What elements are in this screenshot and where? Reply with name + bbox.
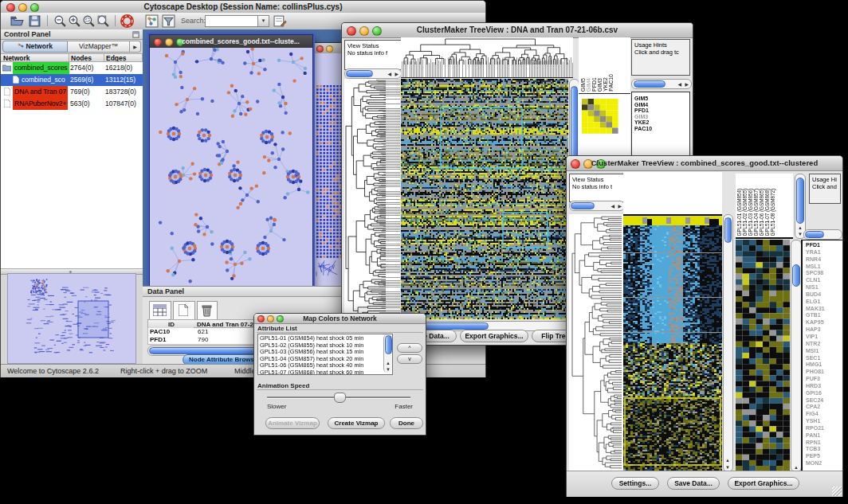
dialog-titlebar[interactable]: Map Colors to Network (254, 314, 426, 324)
folder-icon (2, 64, 11, 72)
attribute-list[interactable]: GPL51-01 (GSM854) heat shock 05 minGPL51… (260, 335, 381, 375)
scrollbar-thumb[interactable] (792, 264, 800, 287)
scrollbar-thumb[interactable] (385, 335, 392, 354)
done-button[interactable]: Done (390, 417, 423, 429)
scrollbar-thumb[interactable] (634, 80, 665, 88)
scroll-up-icon[interactable]: ▲ (798, 225, 803, 230)
main-titlebar[interactable]: Cytoscape Desktop (Session Name: collins… (1, 1, 485, 14)
treeview2-titlebar[interactable]: ClusterMaker TreeView : combined_scores_… (567, 156, 842, 171)
list-vscrollbar[interactable]: ▲ ▼ (383, 334, 392, 373)
delete-attribute-button[interactable] (197, 301, 218, 320)
tv2-settings-button[interactable]: Settings... (611, 477, 659, 490)
scroll-right-icon[interactable]: ▶ (618, 204, 622, 209)
toolbar-divider (47, 15, 48, 26)
tab-network[interactable]: Network (2, 41, 68, 53)
zoom-in-icon[interactable] (68, 14, 81, 28)
minimize-icon[interactable] (165, 38, 173, 46)
network-window-titlebar[interactable]: combined_scores_good.txt--cluste... (150, 35, 312, 48)
tv1-export-graphics-button[interactable]: Export Graphics... (460, 330, 528, 342)
tv2-vscrollbar[interactable]: ▲ ▼ (723, 214, 733, 472)
float-panel-icon[interactable] (132, 31, 139, 38)
scroll-up-icon[interactable]: ▲ (794, 465, 799, 470)
help-icon[interactable] (120, 14, 134, 28)
attribute-listbox[interactable]: GPL51-01 (GSM854) heat shock 05 minGPL51… (257, 334, 393, 375)
main-window-title: Cytoscape Desktop (Session Name: collins… (1, 2, 485, 11)
move-up-button[interactable]: ^ (397, 343, 422, 353)
tv1-correlation-matrix[interactable] (582, 99, 618, 134)
tv2-heatmap[interactable] (623, 214, 722, 471)
create-vizmap-button[interactable]: Create Vizmap (328, 417, 385, 429)
grid-window-titlebar[interactable] (313, 43, 344, 54)
scroll-up-icon[interactable]: ▲ (386, 361, 391, 365)
open-file-icon[interactable] (10, 14, 24, 28)
tab-overflow-arrow[interactable]: ▶ (130, 41, 141, 53)
tv2-collabel-panel: GPL51-01 (GSM854)GPL51-02 (GSM855)GPL51-… (736, 174, 793, 239)
tv2-row-dendrogram[interactable] (569, 214, 623, 471)
table-row[interactable]: RNAPuberNov2+ 563(0) 107847(0) (1, 98, 143, 110)
zoom-selected-icon[interactable] (82, 14, 96, 28)
search-input[interactable] (205, 15, 259, 27)
tv2-usage-scrollbar[interactable] (803, 229, 842, 240)
table-row[interactable]: combined_scores 2764(0) 16218(0) (1, 62, 143, 74)
col-header-network[interactable]: Network (1, 53, 69, 62)
scroll-right-icon[interactable]: ▶ (685, 82, 689, 87)
tv1-row-dendrogram[interactable] (344, 79, 400, 319)
tv2-export-graphics-button[interactable]: Export Graphics... (728, 477, 799, 490)
birdseye-view[interactable] (7, 273, 136, 364)
tv2-zoom-heatmap[interactable] (736, 240, 790, 471)
network-canvas[interactable] (151, 48, 311, 286)
scrollbar-thumb[interactable] (805, 231, 824, 238)
tab-vizmapper[interactable]: VizMapper™ (68, 41, 130, 53)
speed-slider-thumb[interactable] (334, 393, 346, 403)
scroll-down-icon[interactable]: ▼ (386, 367, 391, 372)
scroll-up-icon[interactable]: ▲ (725, 458, 730, 463)
scroll-left-icon[interactable]: ◀ (387, 72, 391, 76)
zoom-out-icon[interactable] (53, 14, 67, 28)
move-down-button[interactable]: v (397, 354, 422, 364)
attribute-select-button[interactable] (149, 301, 171, 320)
scrollbar-thumb[interactable] (796, 178, 804, 224)
annotation-icon[interactable] (273, 14, 287, 28)
grid-network-canvas[interactable] (313, 53, 344, 286)
scrollbar-thumb[interactable] (724, 217, 732, 243)
tv1-column-dendrogram[interactable] (401, 37, 573, 78)
tv2-column-dendrogram-area[interactable] (623, 172, 722, 215)
tv2-collabel-scrollbar[interactable]: ▲ ▼ (795, 174, 806, 239)
resize-grip[interactable] (832, 486, 842, 496)
network-view-window: combined_scores_good.txt--cluste... (149, 34, 313, 286)
minimize-icon[interactable] (326, 45, 333, 53)
trash-icon (202, 304, 212, 317)
tv2-status-scrollbar[interactable]: ◀ ▶ (569, 201, 625, 211)
animate-vizmap-button[interactable]: Animate Vizmap (265, 417, 320, 429)
table-row-selected[interactable]: combined_sco 2569(6) 13112(15) (1, 74, 143, 86)
save-icon[interactable] (28, 14, 41, 28)
tv2-zoom-vscrollbar[interactable]: ▲ (791, 240, 802, 472)
tv1-heatmap[interactable] (401, 79, 568, 319)
close-icon[interactable] (154, 38, 162, 46)
panel-tabs: Network VizMapper™ ▶ (2, 41, 141, 53)
table-row[interactable]: DNA and Tran 07 769(0) 183728(0) (1, 86, 143, 98)
network-view-window-grid (312, 42, 344, 286)
tv2-save-data-button[interactable]: Save Data... (667, 477, 720, 490)
scroll-left-icon[interactable]: ◀ (610, 204, 614, 209)
treeview1-titlebar[interactable]: ClusterMaker TreeView : DNA and Tran 07-… (342, 23, 693, 38)
new-attribute-button[interactable] (173, 301, 195, 320)
scroll-right-icon[interactable]: ▶ (395, 72, 398, 76)
animation-speed-label: Animation Speed (257, 382, 309, 389)
col-header-nodes[interactable]: Nodes (69, 53, 104, 62)
search-dropdown-arrow-icon[interactable]: ▼ (257, 15, 269, 27)
scrollbar-thumb[interactable] (571, 202, 595, 209)
tv1-usage-scrollbar[interactable]: ◀ ▶ (631, 79, 692, 89)
scrollbar-thumb[interactable] (346, 70, 373, 77)
treeview2-window: ClusterMaker TreeView : combined_scores_… (566, 155, 843, 497)
scroll-down-icon[interactable]: ▼ (798, 232, 803, 236)
scroll-down-icon[interactable]: ▼ (725, 465, 730, 470)
tv1-status-scrollbar[interactable]: ◀ ▶ (344, 68, 402, 79)
scroll-left-icon[interactable]: ◀ (677, 82, 681, 87)
filter-icon[interactable] (162, 14, 175, 28)
file-icon (4, 100, 10, 107)
zoom-fit-icon[interactable] (96, 14, 110, 28)
col-header-edges[interactable]: Edges (104, 53, 143, 62)
vizmapper-icon[interactable] (145, 14, 159, 28)
close-icon[interactable] (316, 45, 324, 53)
